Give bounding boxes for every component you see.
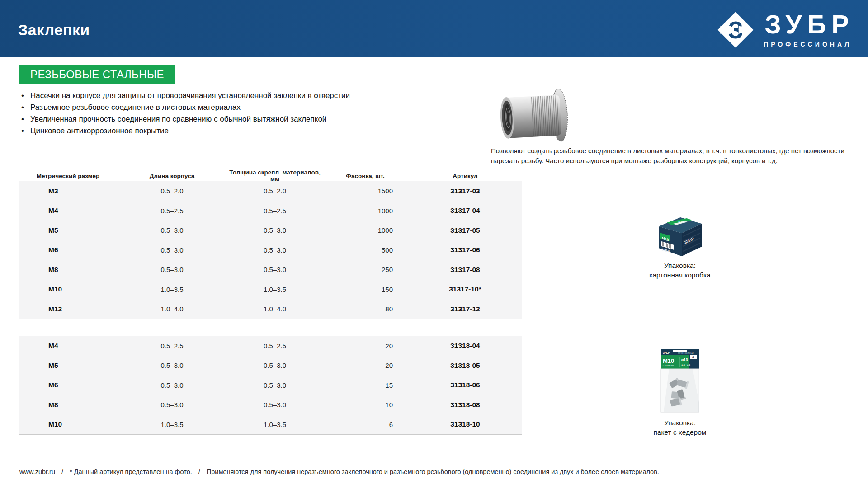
cell-material-thickness: 0.5–3.0	[227, 266, 322, 273]
rivet-nut-image	[492, 89, 572, 145]
table-row: M101.0–3.51.0–3.515031317-10*	[19, 280, 522, 300]
bag-range-label: 1.0–3.5	[681, 363, 691, 366]
table-row: M60.5–3.00.5–3.050031317-06	[19, 240, 522, 260]
cell-pack-qty: 500	[322, 246, 408, 254]
cell-pack-qty: 20	[322, 361, 408, 369]
bag-brand-tagline: ПРОФЕССИОНАЛ	[678, 352, 694, 354]
bag-type-label: СТАЛЬНЫЕ	[663, 365, 675, 367]
cell-size: M4	[19, 342, 117, 350]
carton-box-image: M10 M10 ЗУБР ЗУБР	[655, 211, 705, 258]
footer-divider	[18, 461, 854, 461]
cell-body-length: 0.5–2.5	[117, 342, 227, 350]
table-header-row: Метрический размер Длина корпуса Толщина…	[19, 169, 522, 181]
bag-diameter-label: ⌀13	[681, 357, 688, 362]
feature-text: Разъемное резьбовое соединение в листовы…	[30, 103, 241, 112]
cell-size: M6	[19, 381, 117, 389]
footer-note-asterisk: * Данный артикул представлен на фото.	[70, 468, 192, 475]
cell-article: 31317-05	[408, 226, 522, 235]
cell-material-thickness: 0.5–3.0	[227, 381, 322, 389]
cell-article: 31317-10*	[408, 285, 522, 293]
feature-list: Насечки на корпусе для защиты от провора…	[20, 90, 350, 137]
cell-pack-qty: 80	[322, 305, 408, 313]
table-row: M40.5–2.50.5–2.52031318-04	[19, 336, 522, 356]
cell-pack-qty: 150	[322, 286, 408, 293]
packaging-caption-line1: Упаковка:	[649, 261, 710, 270]
table-row: M50.5–3.00.5–3.0100031317-05	[19, 221, 522, 240]
cell-pack-qty: 20	[322, 342, 408, 350]
cell-body-length: 1.0–4.0	[117, 305, 227, 313]
cell-pack-qty: 250	[322, 266, 408, 273]
column-header-material-thickness: Толщина скрепл. материалов, мм	[227, 169, 322, 183]
column-header-pack-qty: Фасовка, шт.	[322, 173, 408, 179]
brand-text: ЗУБР ПРОФЕССИОНАЛ	[764, 11, 849, 48]
cell-material-thickness: 1.0–3.5	[227, 421, 322, 428]
feature-item: Насечки на корпусе для защиты от провора…	[20, 90, 350, 102]
cell-article: 31318-04	[408, 342, 522, 350]
cell-size: M5	[19, 226, 117, 235]
cell-material-thickness: 0.5–2.5	[227, 207, 322, 215]
cell-material-thickness: 1.0–3.5	[227, 286, 322, 293]
cell-size: M12	[19, 305, 117, 313]
cell-material-thickness: 0.5–3.0	[227, 226, 322, 234]
catalog-page: Заклепки З ЗУБР ПРОФЕССИОНАЛ РЕЗЬБОВЫЕ С…	[0, 0, 868, 488]
header-bag-image: ЗУБР ПРОФЕССИОНАЛ 6 M10 СТАЛЬНЫЕ ⌀13 1.0…	[656, 348, 703, 415]
cell-size: M8	[19, 401, 117, 409]
cell-pack-qty: 1000	[322, 226, 408, 234]
feature-item: Цинковое антикоррозионное покрытие	[20, 125, 350, 137]
cell-size: M8	[19, 266, 117, 274]
bag-qty-badge: 6	[692, 355, 694, 359]
cell-body-length: 0.5–3.0	[117, 401, 227, 408]
footer-separator: /	[61, 468, 63, 475]
cell-material-thickness: 0.5–3.0	[227, 361, 322, 369]
cell-article: 31318-10	[408, 420, 522, 428]
footer-separator: /	[198, 468, 200, 475]
cell-body-length: 0.5–2.5	[117, 207, 227, 215]
cell-article: 31317-03	[408, 187, 522, 195]
cell-material-thickness: 0.5–3.0	[227, 246, 322, 254]
feature-text: Насечки на корпусе для защиты от провора…	[30, 91, 350, 100]
zubr-diamond-icon: З	[717, 11, 755, 49]
column-header-body-length: Длина корпуса	[117, 173, 227, 179]
site-url-link[interactable]: www.zubr.ru	[19, 468, 55, 475]
cell-article: 31317-12	[408, 305, 522, 313]
cell-article: 31317-08	[408, 266, 522, 274]
cell-article: 31318-05	[408, 361, 522, 370]
cell-body-length: 0.5–2.0	[117, 187, 227, 195]
cell-size: M6	[19, 246, 117, 254]
column-header-size: Метрический размер	[19, 173, 117, 179]
brand-logo: З ЗУБР ПРОФЕССИОНАЛ	[717, 11, 849, 49]
product-photo	[492, 89, 572, 145]
feature-text: Увеличенная прочность соединения по срав…	[30, 115, 326, 124]
cell-material-thickness: 0.5–3.0	[227, 401, 322, 408]
cell-size: M3	[19, 187, 117, 195]
column-header-article: Артикул	[408, 173, 522, 179]
table-section: M30.5–2.00.5–2.0150031317-03M40.5–2.50.5…	[19, 181, 522, 319]
cell-size: M4	[19, 206, 117, 215]
cell-size: M10	[19, 420, 117, 428]
packaging-caption: Упаковка: картонная коробка	[649, 261, 710, 280]
cell-pack-qty: 6	[322, 421, 408, 428]
table-row: M30.5–2.00.5–2.0150031317-03	[19, 181, 522, 201]
cell-pack-qty: 15	[322, 381, 408, 389]
footer-note-usage: Применяются для получения неразъемного з…	[207, 468, 659, 475]
bag-brand-text: ЗУБР	[663, 352, 670, 354]
cell-body-length: 1.0–3.5	[117, 421, 227, 428]
packaging-caption: Упаковка: пакет с хедером	[654, 418, 707, 437]
cell-pack-qty: 1000	[322, 207, 408, 215]
cell-size: M10	[19, 285, 117, 293]
packaging-caption-line2: пакет с хедером	[654, 427, 707, 437]
table-row: M80.5–3.00.5–3.01031318-08	[19, 395, 522, 415]
cell-material-thickness: 1.0–4.0	[227, 305, 322, 313]
cell-size: M5	[19, 361, 117, 370]
feature-item: Разъемное резьбовое соединение в листовы…	[20, 102, 350, 113]
footer: www.zubr.ru / * Данный артикул представл…	[19, 468, 659, 475]
cell-body-length: 0.5–3.0	[117, 266, 227, 273]
cell-pack-qty: 1500	[322, 187, 408, 195]
table-row: M40.5–2.50.5–2.5100031317-04	[19, 201, 522, 221]
packaging-caption-line2: картонная коробка	[649, 270, 710, 280]
category-badge: РЕЗЬБОВЫЕ СТАЛЬНЫЕ	[19, 65, 175, 84]
brand-tagline: ПРОФЕССИОНАЛ	[764, 41, 852, 48]
cell-article: 31317-06	[408, 246, 522, 254]
feature-item: Увеличенная прочность соединения по срав…	[20, 113, 350, 125]
packaging-box-block: M10 M10 ЗУБР ЗУБР Упаковка: картонная ко…	[644, 211, 716, 280]
